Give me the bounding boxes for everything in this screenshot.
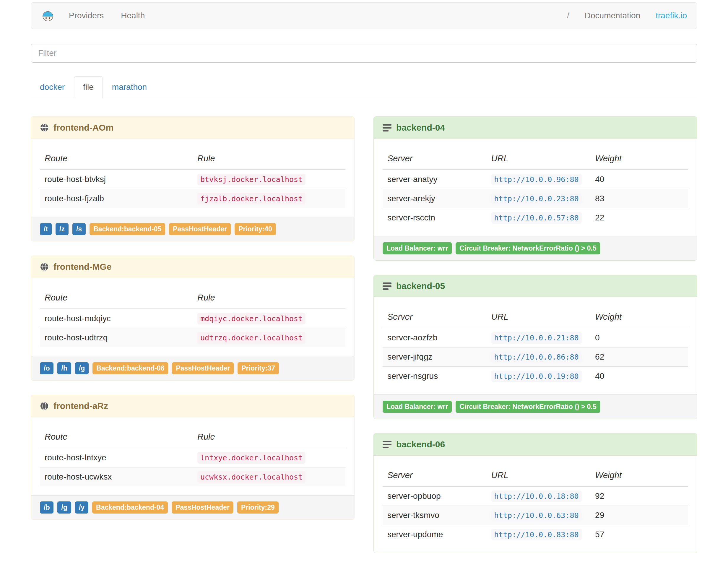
route-rule: fjzalb.docker.localhost [197,193,305,204]
page: Providers Health / Documentation traefik… [0,0,728,562]
column-header-weight: Weight [590,148,688,170]
frontend-title: frontend-AOm [53,123,113,133]
server-name: server-tksmvo [383,506,487,525]
backend-card-header: backend-05 [374,275,697,297]
backend-badge: Backend:backend-05 [90,223,165,235]
globe-icon [40,402,49,410]
nav-separator: / [567,11,569,20]
column-header-server: Server [383,464,487,486]
column-header-route: Route [40,287,193,309]
passhostheader-badge: PassHostHeader [172,362,234,374]
table-row: server-anatyy http://10.0.0.96:80 40 [383,170,688,189]
filter-bar [31,44,697,63]
route-rule: mdqiyc.docker.localhost [197,313,305,324]
frontend-card-footer: /o /h /g Backend:backend-06 PassHostHead… [31,356,354,380]
nav-item-health[interactable]: Health [121,11,145,20]
server-url: http://10.0.0.86:80 [491,351,582,363]
server-url: http://10.0.0.57:80 [491,212,582,224]
table-row: route-host-btvksj btvksj.docker.localhos… [40,170,345,189]
filter-input[interactable] [31,44,697,63]
server-name: server-nsgrus [383,367,487,386]
table-row: server-updome http://10.0.0.83:80 57 [383,525,688,544]
frontends-column: frontend-AOm Route Rule ro [31,116,355,534]
frontend-card: frontend-MGe Route Rule ro [31,256,355,381]
navbar: Providers Health / Documentation traefik… [31,2,697,29]
table-row: route-host-lntxye lntxye.docker.localhos… [40,448,345,467]
backend-card-body: Server URL Weight server-anatyy http://1… [374,139,697,236]
frontend-card-header: frontend-aRz [31,395,354,417]
column-header-rule: Rule [193,287,345,309]
routes-table: Route Rule route-host-mdqiyc mdqiyc.dock… [40,287,345,347]
path-badge: /h [57,362,71,374]
frontend-card-body: Route Rule route-host-btvksj btvksj.dock… [31,139,354,217]
nav-item-providers[interactable]: Providers [69,11,104,20]
server-icon [383,282,391,290]
backend-badge: Backend:backend-06 [92,362,168,374]
column-header-url: URL [487,148,591,170]
globe-icon [40,262,49,271]
provider-tabs: docker file marathon [31,76,697,98]
nav-item-documentation[interactable]: Documentation [585,11,640,20]
circuit-breaker-badge: Circuit Breaker: NetworkErrorRatio () > … [456,401,600,413]
column-header-rule: Rule [193,148,345,170]
server-url: http://10.0.0.18:80 [491,490,582,502]
table-row: route-host-udtrzq udtrzq.docker.localhos… [40,328,345,347]
backend-card-header: backend-04 [374,117,697,139]
frontend-card-body: Route Rule route-host-mdqiyc mdqiyc.dock… [31,278,354,356]
backend-title: backend-06 [396,439,445,449]
tab-docker[interactable]: docker [31,76,74,98]
server-weight: 83 [590,189,688,208]
path-badge: /g [75,362,89,374]
content-grid: frontend-AOm Route Rule ro [31,116,697,562]
priority-badge: Priority:29 [237,501,279,514]
table-row: server-rscctn http://10.0.0.57:80 22 [383,208,688,228]
traefik-logo[interactable] [41,9,55,22]
table-row: server-tksmvo http://10.0.0.63:80 29 [383,506,688,525]
nav-item-traefik-io[interactable]: traefik.io [656,11,687,20]
server-icon [383,124,391,131]
passhostheader-badge: PassHostHeader [172,501,233,514]
path-badge: /z [56,223,69,235]
route-rule: ucwksx.docker.localhost [197,471,305,483]
server-url: http://10.0.0.96:80 [491,174,582,185]
column-header-route: Route [40,148,193,170]
frontend-card-footer: /t /z /s Backend:backend-05 PassHostHead… [31,217,354,241]
table-row: server-opbuop http://10.0.0.18:80 92 [383,486,688,506]
backend-card-footer: Load Balancer: wrr Circuit Breaker: Netw… [374,394,697,419]
table-row: server-arekjy http://10.0.0.23:80 83 [383,189,688,208]
path-badge: /g [57,501,71,514]
backend-card: backend-04 Server URL Weight [373,116,697,261]
backend-title: backend-04 [396,123,445,133]
column-header-weight: Weight [590,306,688,328]
tab-marathon[interactable]: marathon [103,76,156,98]
backend-card-footer: Load Balancer: wrr Circuit Breaker: Netw… [374,236,697,260]
frontend-title: frontend-MGe [53,262,112,272]
frontend-card-body: Route Rule route-host-lntxye lntxye.dock… [31,417,354,495]
column-header-url: URL [487,306,591,328]
route-name: route-host-ucwksx [40,467,193,487]
route-name: route-host-mdqiyc [40,309,193,328]
table-row: server-aozfzb http://10.0.0.21:80 0 [383,328,688,347]
server-weight: 40 [590,170,688,189]
tab-file[interactable]: file [74,76,103,98]
backend-card: backend-05 Server URL Weight [373,275,697,419]
server-name: server-arekjy [383,189,487,208]
column-header-url: URL [487,464,591,486]
column-header-route: Route [40,426,193,448]
route-rule: lntxye.docker.localhost [197,452,305,464]
routes-table: Route Rule route-host-lntxye lntxye.dock… [40,426,345,486]
servers-table: Server URL Weight server-aozfzb http://1… [383,306,688,386]
load-balancer-badge: Load Balancer: wrr [383,242,452,254]
frontend-card-footer: /b /g /y Backend:backend-04 PassHostHead… [31,495,354,519]
column-header-rule: Rule [193,426,345,448]
frontend-card-header: frontend-MGe [31,256,354,278]
servers-table: Server URL Weight server-anatyy http://1… [383,148,688,227]
path-badge: /o [40,362,53,374]
path-badge: /y [75,501,88,514]
column-header-server: Server [383,306,487,328]
server-weight: 22 [590,208,688,228]
route-name: route-host-lntxye [40,448,193,467]
backend-title: backend-05 [396,281,445,291]
server-name: server-anatyy [383,170,487,189]
server-name: server-aozfzb [383,328,487,347]
